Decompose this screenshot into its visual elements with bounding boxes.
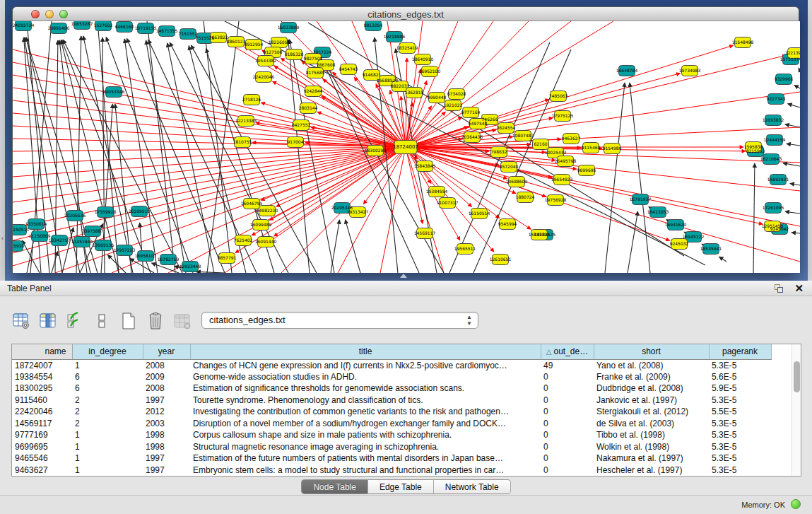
- cell[interactable]: 5.3E-5: [709, 395, 771, 407]
- network-canvas[interactable]: 2405572420891406106532871527602646616010…: [13, 21, 800, 273]
- cell[interactable]: 9465546: [12, 452, 72, 465]
- cell[interactable]: 1998: [143, 441, 190, 453]
- table-row[interactable]: 911546021997Tourette syndrome. Phenomeno…: [12, 395, 771, 407]
- table-row[interactable]: 1830029562008Estimation of significance …: [12, 382, 771, 395]
- table-row[interactable]: 946362711997Embryonic stem cells: a mode…: [12, 465, 771, 477]
- cell[interactable]: 5.5E-5: [709, 406, 771, 418]
- table-row[interactable]: 969969511998Structural magnetic resonanc…: [12, 441, 771, 453]
- cell[interactable]: 1: [72, 465, 143, 477]
- column-header-in_degree[interactable]: in_degree: [72, 344, 143, 359]
- cell[interactable]: 5.3E-5: [709, 418, 771, 430]
- cell[interactable]: Tibbo et al. (1998): [594, 429, 709, 441]
- cell[interactable]: 0: [541, 429, 594, 441]
- cell[interactable]: 6: [72, 371, 143, 383]
- cell[interactable]: 5.6E-5: [709, 371, 771, 383]
- table-row[interactable]: 2242004622012Investigating the contribut…: [12, 406, 771, 418]
- cell[interactable]: 5.3E-5: [709, 359, 771, 371]
- cell[interactable]: 5.3E-5: [709, 452, 771, 465]
- cell[interactable]: 2008: [143, 359, 190, 371]
- float-panel-icon[interactable]: [775, 284, 784, 293]
- splitter-grip[interactable]: [400, 274, 407, 278]
- cell[interactable]: 5.9E-5: [709, 382, 771, 395]
- cell[interactable]: 19384554: [12, 371, 72, 383]
- cell[interactable]: 9115460: [12, 395, 72, 407]
- table-row[interactable]: 977716911998Corpus callosum shape and si…: [12, 429, 771, 441]
- network-view-window[interactable]: citations_edges.txt 24055724208914061065…: [12, 6, 799, 272]
- cell[interactable]: Embryonic stem cells: a model to study s…: [190, 465, 541, 477]
- cell[interactable]: Tourette syndrome. Phenomenology and cla…: [190, 395, 541, 407]
- cell[interactable]: 1: [72, 359, 143, 371]
- cell[interactable]: 0: [541, 465, 594, 477]
- column-header-name[interactable]: name: [12, 344, 72, 359]
- cell[interactable]: 0: [541, 418, 594, 430]
- column-header-year[interactable]: year: [143, 344, 190, 359]
- cell[interactable]: 18300295: [12, 382, 72, 395]
- row-height-icon[interactable]: [92, 311, 112, 331]
- cell[interactable]: 5.3E-5: [709, 441, 771, 453]
- cell[interactable]: 1: [72, 441, 143, 453]
- tab-edge-table[interactable]: Edge Table: [368, 479, 434, 494]
- cell[interactable]: Estimation of significance thresholds fo…: [190, 382, 541, 395]
- cell[interactable]: Hescheler et al. (1997): [594, 465, 709, 477]
- delete-table-trash-icon[interactable]: [146, 311, 165, 331]
- table-row[interactable]: 1456911722003Disruption of a novel membe…: [12, 418, 771, 430]
- cell[interactable]: 18724007: [12, 359, 72, 371]
- cell[interactable]: 5.3E-5: [709, 465, 771, 477]
- cell[interactable]: Franke et al. (2009): [594, 371, 709, 383]
- cell[interactable]: 6: [72, 382, 143, 395]
- cell[interactable]: 22420046: [12, 406, 72, 418]
- table-row[interactable]: 1938455462009Genome-wide association stu…: [12, 371, 771, 383]
- panel-collapse-grip[interactable]: ‹: [0, 233, 5, 243]
- table-scrollbar[interactable]: [792, 344, 801, 476]
- table-panel-header[interactable]: Table Panel ✕: [0, 281, 812, 296]
- cell[interactable]: 2: [72, 406, 143, 418]
- cell[interactable]: 9777169: [12, 429, 72, 441]
- cell[interactable]: Disruption of a novel member of a sodium…: [190, 418, 541, 430]
- cell[interactable]: 2009: [143, 371, 190, 383]
- cell[interactable]: Estimation of the future numbers of pati…: [190, 452, 541, 465]
- cell[interactable]: 2008: [143, 382, 190, 395]
- cell[interactable]: 1997: [143, 395, 190, 407]
- tab-node-table[interactable]: Node Table: [301, 479, 368, 494]
- cell[interactable]: 14569117: [12, 418, 72, 430]
- cell[interactable]: 1: [72, 452, 143, 465]
- cell[interactable]: de Silva et al. (2003): [594, 418, 709, 430]
- cell[interactable]: 1: [72, 429, 143, 441]
- column-header-short[interactable]: short: [594, 344, 709, 359]
- cell[interactable]: Investigating the contribution of common…: [190, 406, 541, 418]
- cell[interactable]: 0: [541, 371, 594, 383]
- cell[interactable]: 9699695: [12, 441, 72, 453]
- new-table-icon[interactable]: [119, 311, 139, 331]
- cell[interactable]: Yano et al. (2008): [594, 359, 709, 371]
- cell[interactable]: 0: [541, 382, 594, 395]
- window-titlebar[interactable]: citations_edges.txt: [13, 7, 799, 21]
- node-table[interactable]: namein_degreeyeartitle△out_de…shortpager…: [11, 344, 801, 477]
- cell[interactable]: 0: [541, 395, 594, 407]
- select-column-icon[interactable]: [38, 311, 58, 331]
- cell[interactable]: 9463627: [12, 465, 72, 477]
- cell[interactable]: Wolkin et al. (1998): [594, 441, 709, 453]
- cell[interactable]: Genome-wide association studies in ADHD.: [190, 371, 541, 383]
- cell[interactable]: 2012: [143, 406, 190, 418]
- column-header-out_de[interactable]: △out_de…: [541, 344, 594, 359]
- cell[interactable]: 1997: [143, 452, 190, 465]
- cell[interactable]: Nakamura et al. (1997): [594, 452, 709, 465]
- cell[interactable]: Stergiakouli et al. (2012): [594, 406, 709, 418]
- citation-network-graph[interactable]: 2405572420891406106532871527602646616010…: [13, 21, 800, 273]
- cell[interactable]: 5.3E-5: [709, 429, 771, 441]
- cell[interactable]: Corpus callosum shape and size in male p…: [190, 429, 541, 441]
- cell[interactable]: 1997: [143, 465, 190, 477]
- cell[interactable]: 0: [541, 441, 594, 453]
- cell[interactable]: 0: [541, 452, 594, 465]
- cell[interactable]: 49: [541, 359, 594, 371]
- table-settings-icon[interactable]: [11, 311, 31, 331]
- cell[interactable]: 2: [72, 418, 143, 430]
- cell[interactable]: Jankovic et al. (1997): [594, 395, 709, 407]
- column-header-title[interactable]: title: [190, 344, 541, 359]
- table-scrollbar-thumb[interactable]: [794, 361, 800, 392]
- table-selector-dropdown[interactable]: citations_edges.txt ▲▼: [201, 312, 478, 329]
- close-panel-icon[interactable]: ✕: [794, 282, 804, 295]
- cell[interactable]: 0: [541, 406, 594, 418]
- cell[interactable]: Dudbridge et al. (2008): [594, 382, 709, 395]
- column-header-pagerank[interactable]: pagerank: [709, 344, 771, 359]
